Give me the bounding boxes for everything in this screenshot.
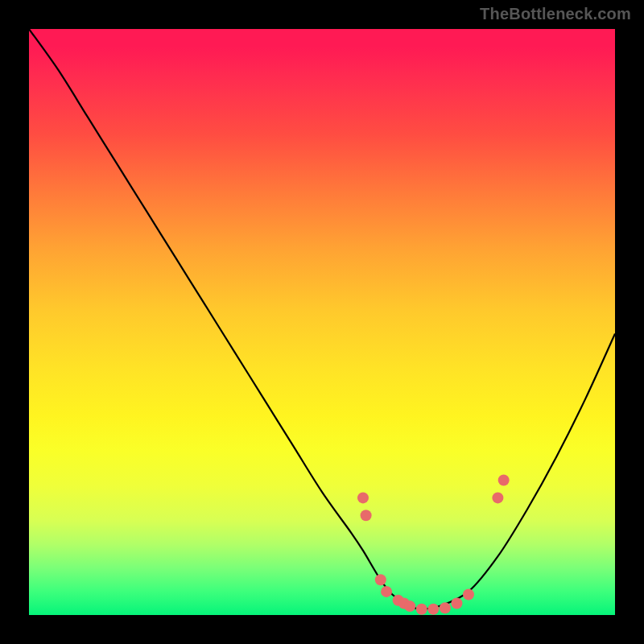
chart-frame: TheBottleneck.com xyxy=(0,0,644,644)
marker-point xyxy=(357,492,369,503)
marker-group xyxy=(357,475,510,615)
chart-svg xyxy=(29,29,615,615)
marker-point xyxy=(375,574,386,585)
marker-point xyxy=(451,597,462,609)
marker-point xyxy=(463,589,474,601)
marker-point xyxy=(381,586,392,597)
marker-point xyxy=(427,604,439,615)
marker-point xyxy=(361,510,372,521)
watermark-text: TheBottleneck.com xyxy=(480,5,631,23)
marker-point xyxy=(498,475,510,486)
marker-point xyxy=(404,601,415,612)
bottleneck-curve-path xyxy=(29,29,615,609)
marker-point xyxy=(492,492,503,503)
marker-point xyxy=(440,602,451,613)
marker-point xyxy=(416,604,427,615)
plot-area xyxy=(29,29,615,615)
